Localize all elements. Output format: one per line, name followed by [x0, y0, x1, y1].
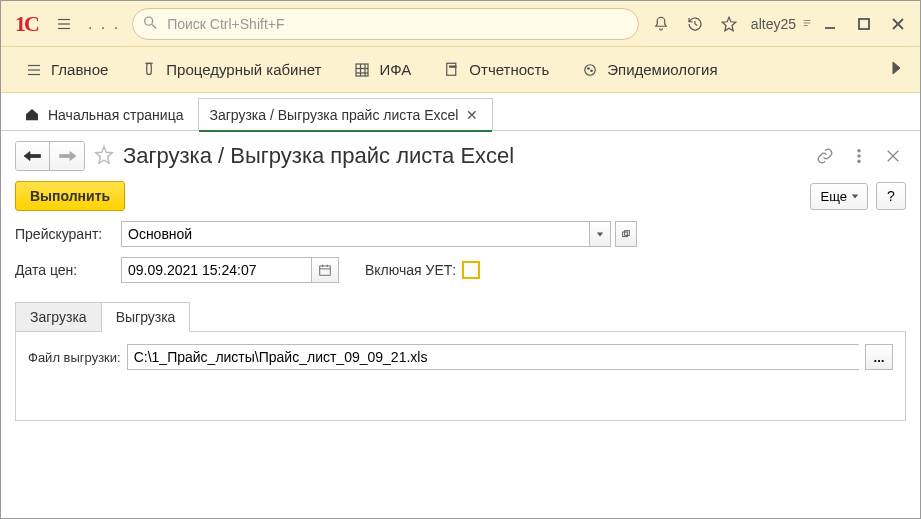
date-label: Дата цен: [15, 262, 115, 278]
more-button[interactable]: Еще [810, 183, 868, 210]
price-list-input[interactable] [121, 221, 589, 247]
window-minimize-button[interactable] [814, 8, 846, 40]
titlebar: 1C . . . altey25 [1, 1, 920, 47]
svg-rect-38 [320, 266, 331, 275]
svg-marker-27 [60, 152, 77, 161]
window-maximize-button[interactable] [848, 8, 880, 40]
menu-item-label: Эпидемиология [607, 61, 717, 78]
inner-tabs-wrap: Загрузка Выгрузка Файл выгрузки: ... [15, 301, 906, 421]
document-tabs: Начальная страница Загрузка / Выгрузка п… [1, 93, 920, 131]
svg-point-23 [588, 67, 590, 69]
svg-marker-5 [722, 17, 736, 31]
export-file-row: Файл выгрузки: ... [28, 344, 893, 370]
titlebar-dots: . . . [82, 15, 126, 33]
list-icon [25, 61, 43, 79]
favorites-button[interactable] [713, 8, 745, 40]
price-list-combo [121, 221, 637, 247]
app-logo: 1C [7, 11, 46, 37]
user-menu-caret-icon[interactable] [802, 16, 812, 31]
svg-rect-7 [859, 19, 869, 29]
tab-label: Загрузка / Выгрузка прайс листа Excel [209, 107, 458, 123]
svg-point-24 [591, 70, 593, 72]
search-input[interactable] [132, 8, 639, 40]
svg-rect-20 [447, 63, 456, 75]
nav-pair [15, 141, 85, 171]
svg-rect-21 [449, 65, 457, 67]
menu-item-ifa[interactable]: ИФА [341, 55, 423, 85]
nav-forward-button[interactable] [50, 142, 84, 170]
tab-price-list[interactable]: Загрузка / Выгрузка прайс листа Excel ✕ [198, 98, 493, 131]
svg-rect-13 [147, 63, 152, 74]
menu-item-label: Главное [51, 61, 108, 78]
menu-item-procedural[interactable]: Процедурный кабинет [128, 55, 333, 85]
search-icon [142, 14, 158, 33]
export-file-label: Файл выгрузки: [28, 350, 121, 365]
menu-item-main[interactable]: Главное [13, 55, 120, 85]
menu-toggle-button[interactable] [48, 8, 80, 40]
tab-unload[interactable]: Выгрузка [102, 302, 191, 332]
favorite-star-icon[interactable] [93, 144, 115, 169]
page-title: Загрузка / Выгрузка прайс листа Excel [123, 143, 804, 169]
inner-tabs: Загрузка Выгрузка [15, 301, 906, 331]
report-icon [443, 61, 461, 79]
svg-marker-34 [852, 194, 858, 198]
search-wrap [132, 8, 639, 40]
menu-item-label: ИФА [379, 61, 411, 78]
svg-point-30 [858, 155, 860, 157]
caret-down-icon [851, 192, 859, 200]
unload-pane: Файл выгрузки: ... [15, 331, 906, 421]
menu-item-label: Процедурный кабинет [166, 61, 321, 78]
main-menu: Главное Процедурный кабинет ИФА Отчетнос… [1, 47, 920, 93]
page-header: Загрузка / Выгрузка прайс листа Excel [1, 131, 920, 179]
user-name[interactable]: altey25 [747, 16, 800, 32]
svg-rect-15 [356, 64, 368, 76]
menu-scroll-right[interactable] [884, 61, 908, 78]
link-button[interactable] [812, 143, 838, 169]
more-label: Еще [821, 189, 847, 204]
tube-icon [140, 61, 158, 79]
browse-button[interactable]: ... [865, 344, 893, 370]
help-button[interactable]: ? [876, 182, 906, 210]
date-input[interactable] [121, 257, 311, 283]
date-field [121, 257, 339, 283]
tab-label: Начальная страница [48, 107, 183, 123]
svg-point-3 [145, 17, 153, 25]
home-icon [24, 107, 40, 123]
menu-item-label: Отчетность [469, 61, 549, 78]
virus-icon [581, 61, 599, 79]
tab-load[interactable]: Загрузка [15, 302, 102, 332]
svg-marker-35 [597, 232, 603, 236]
menu-item-reports[interactable]: Отчетность [431, 55, 561, 85]
row-price-list: Прейскурант: [15, 221, 906, 247]
menu-item-epidemiology[interactable]: Эпидемиология [569, 55, 729, 85]
svg-point-31 [858, 160, 860, 162]
uet-label: Включая УЕТ: [365, 262, 456, 278]
row-date: Дата цен: Включая УЕТ: [15, 257, 906, 283]
app-window: 1C . . . altey25 [0, 0, 921, 519]
kebab-menu-button[interactable] [846, 143, 872, 169]
calendar-icon [318, 263, 332, 277]
svg-marker-26 [24, 152, 41, 161]
page-close-button[interactable] [880, 143, 906, 169]
nav-back-button[interactable] [16, 142, 50, 170]
svg-point-29 [858, 150, 860, 152]
grid-icon [353, 61, 371, 79]
uet-checkbox[interactable] [462, 261, 480, 279]
execute-button[interactable]: Выполнить [15, 181, 125, 211]
price-list-dropdown-button[interactable] [589, 221, 611, 247]
svg-marker-28 [96, 146, 113, 163]
svg-line-4 [152, 24, 156, 28]
tab-home[interactable]: Начальная страница [13, 98, 198, 131]
notifications-button[interactable] [645, 8, 677, 40]
price-list-label: Прейскурант: [15, 226, 115, 242]
window-close-button[interactable] [882, 8, 914, 40]
price-list-open-button[interactable] [615, 221, 637, 247]
calendar-button[interactable] [311, 257, 339, 283]
history-button[interactable] [679, 8, 711, 40]
export-file-input[interactable] [127, 344, 859, 370]
svg-point-22 [585, 64, 596, 75]
tab-close-icon[interactable]: ✕ [466, 107, 478, 123]
action-bar: Выполнить Еще ? [1, 179, 920, 221]
form: Прейскурант: Дата цен: Включая УЕТ: [1, 221, 920, 293]
svg-marker-25 [893, 62, 900, 74]
